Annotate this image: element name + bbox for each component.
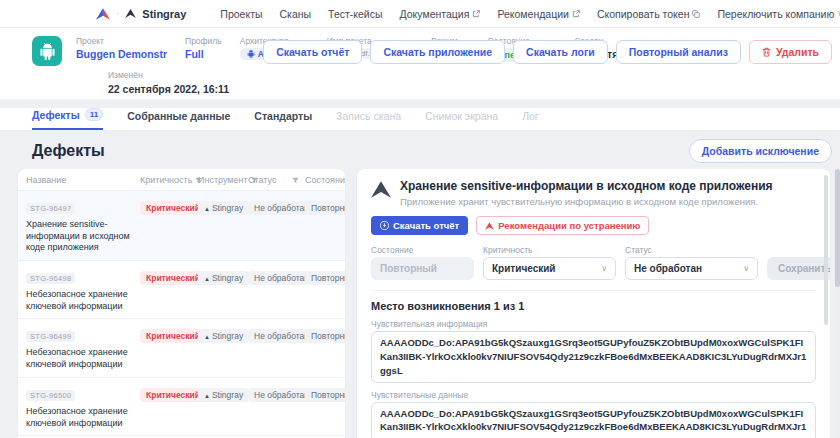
external-link-icon [472, 10, 480, 18]
download-app-button[interactable]: Скачать приложение [370, 40, 505, 64]
menu-item-switch-company[interactable]: Переключить компанию ∨ [717, 8, 840, 20]
defect-title: Хранение sensitive-информации в исходном… [400, 179, 773, 193]
severity-select[interactable]: Критический∨ [483, 257, 616, 280]
download-logs-button[interactable]: Скачать логи [513, 40, 608, 64]
column-header-tool[interactable]: Инструмент [198, 175, 248, 185]
stingray-logo-icon: ▲ [204, 393, 210, 399]
rescan-button[interactable]: Повторный анализ [616, 40, 741, 64]
field-label-profile: Профиль [185, 36, 222, 46]
project-icon [32, 36, 62, 66]
state-badge: Повторный [305, 388, 345, 402]
location-heading: Место возникновения 1 из 1 [371, 300, 816, 312]
add-exception-button[interactable]: Добавить исключение [689, 139, 832, 163]
column-header-status[interactable]: Статус [248, 175, 305, 185]
main-menu: Проекты Сканы Тест-кейсы Документация Ре… [220, 8, 840, 20]
recommendations-button[interactable]: Рекомендации по устранению [476, 216, 649, 235]
stingray-logo-icon: ▲ [204, 334, 210, 340]
tool-badge: ▲Stingray [198, 388, 249, 402]
field-label-project: Проект [76, 36, 167, 46]
defect-name: Небезопасное хранение ключевой информаци… [26, 347, 136, 370]
modified-field: Изменён 22 сентября 2022, 16:11 [108, 70, 832, 95]
column-header-state[interactable]: Состояние [305, 175, 345, 185]
menu-item-recommendations[interactable]: Рекомендации [497, 8, 580, 20]
state-field-label: Состояние [371, 245, 474, 255]
tab-bar: Дефекты11 Собранные данные Стандарты Зап… [0, 108, 840, 130]
page-scrollbar-track[interactable] [835, 169, 840, 438]
menu-item-scans[interactable]: Сканы [280, 8, 312, 20]
defect-row[interactable]: STG-96500Небезопасное хранение ключевой … [18, 377, 345, 435]
top-navbar: · Stingray Проекты Сканы Тест-кейсы Доку… [0, 0, 840, 28]
menu-item-projects[interactable]: Проекты [220, 8, 262, 20]
tab-scan-record: Запись скана [336, 108, 401, 130]
stingray-logo-icon: ▲ [204, 276, 210, 282]
download-report-button[interactable]: Скачать отчёт [263, 40, 362, 64]
sensitive-info-value[interactable]: AAAAODDc_Do:APA91bG5kQSzauxg1GSrq3eot5GU… [371, 331, 816, 382]
defect-subtitle: Приложение хранит чувствительную информа… [400, 196, 773, 207]
tab-log: Лог [522, 108, 539, 130]
chevron-down-icon: ∨ [601, 258, 607, 279]
stingray-logo-icon [485, 222, 494, 230]
defect-row[interactable]: STG-96497Хранение sensitive-информации в… [18, 190, 345, 260]
severity-field-label: Критичность [483, 245, 616, 255]
defect-detail-panel: Хранение sensitive-информации в исходном… [357, 169, 830, 438]
trash-icon [762, 47, 771, 57]
column-header-name[interactable]: Название [26, 175, 140, 185]
table-header: Название Критичность Инструмент Статус С… [18, 169, 345, 190]
state-input: Повторный [371, 257, 474, 280]
defect-name: Небезопасное хранение ключевой информаци… [26, 406, 136, 429]
app-window: · Stingray Проекты Сканы Тест-кейсы Доку… [0, 0, 840, 438]
page-scrollbar-thumb[interactable] [835, 169, 840, 287]
menu-item-testcases[interactable]: Тест-кейсы [328, 8, 382, 20]
sensitive-data-value[interactable]: AAAAODDc_Do:APA91bG5kQSzauxg1GSrq3eot5GU… [371, 402, 816, 438]
download-icon [380, 221, 389, 230]
brand-name: Stingray [142, 8, 186, 20]
tool-badge: ▲Stingray [198, 271, 249, 285]
project-name-link[interactable]: Buggen Demonstr [76, 48, 167, 60]
state-badge: Повторный [305, 201, 345, 215]
tab-collected-data[interactable]: Собранные данные [127, 108, 230, 130]
tool-badge: ▲Stingray [198, 329, 249, 343]
logo-separator: · [116, 8, 119, 19]
tab-defects[interactable]: Дефекты11 [32, 108, 103, 130]
modified-value: 22 сентября 2022, 16:11 [108, 83, 832, 95]
severity-badge: Критический [140, 201, 206, 215]
status-select[interactable]: Не обработан∨ [625, 257, 758, 280]
table-body: STG-96497Хранение sensitive-информации в… [18, 190, 345, 438]
column-header-severity[interactable]: Критичность [140, 175, 198, 185]
copy-icon [692, 10, 700, 18]
tool-badge: ▲Stingray [198, 201, 249, 215]
project-header: Проект Buggen Demonstr Профиль Full Архи… [0, 28, 840, 99]
defects-count-badge: 11 [85, 108, 103, 121]
company-logo-icon [96, 8, 110, 20]
stingray-logo-icon [371, 181, 391, 207]
logo-group[interactable]: · Stingray [96, 8, 186, 20]
external-link-icon [572, 10, 580, 18]
filter-icon[interactable] [292, 177, 299, 184]
defect-row[interactable]: STG-96499Небезопасное хранение ключевой … [18, 318, 345, 376]
state-badge: Повторный [305, 329, 345, 343]
state-badge: Повторный [305, 271, 345, 285]
tab-standards[interactable]: Стандарты [254, 108, 312, 130]
chevron-down-icon: ∨ [743, 258, 749, 279]
stingray-logo-icon [125, 9, 136, 18]
save-button[interactable]: Сохранить [767, 257, 830, 280]
panel-scrollbar[interactable] [824, 175, 828, 325]
defect-row[interactable]: STG-96498Небезопасное хранение ключевой … [18, 260, 345, 318]
defect-id-badge: STG-96499 [26, 331, 75, 342]
defects-table: Название Критичность Инструмент Статус С… [18, 169, 345, 438]
download-defect-report-button[interactable]: Скачать отчёт [371, 216, 468, 235]
field-label-modified: Изменён [108, 70, 832, 80]
page-title: Дефекты [32, 142, 105, 160]
severity-badge: Критический [140, 329, 206, 343]
profile-link[interactable]: Full [185, 48, 222, 60]
defect-name: Небезопасное хранение ключевой информаци… [26, 289, 136, 312]
defect-id-badge: STG-96500 [26, 390, 75, 401]
defect-name: Хранение sensitive-информации в исходном… [26, 219, 136, 254]
severity-badge: Критический [140, 271, 206, 285]
tab-screenshot: Снимок экрана [425, 108, 498, 130]
menu-item-docs[interactable]: Документация [400, 8, 481, 20]
menu-item-copy-token[interactable]: Скопировать токен [597, 8, 701, 20]
sensitive-info-label: Чувствительная информация [371, 319, 816, 329]
severity-badge: Критический [140, 388, 206, 402]
delete-button[interactable]: Удалить [749, 40, 832, 64]
